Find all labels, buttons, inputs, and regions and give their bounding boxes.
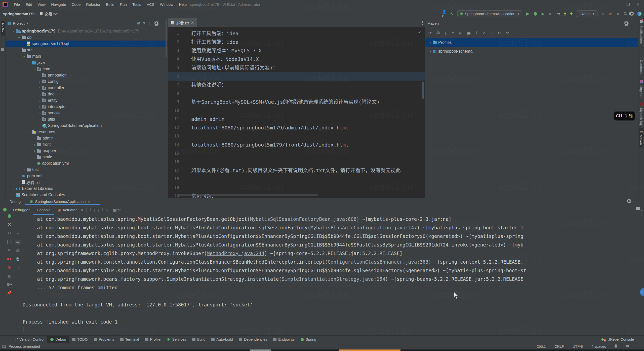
tree-item-static[interactable]: ›static — [6, 154, 168, 160]
chevron-icon[interactable]: › — [17, 35, 21, 40]
tool-stripe-project[interactable]: Project — [1, 21, 5, 36]
tab-close-icon[interactable]: ✕ — [191, 20, 194, 25]
chevron-icon[interactable]: › — [32, 143, 37, 147]
debug-button[interactable] — [533, 12, 537, 16]
menu-window[interactable]: Window — [157, 0, 176, 9]
chevron-icon[interactable]: › — [32, 155, 37, 159]
maven-execute-goal-icon[interactable]: ▣ — [467, 31, 471, 35]
scroll-to-top-icon[interactable]: ↑ — [15, 215, 21, 220]
tab-debugger[interactable]: Debugger — [10, 205, 33, 215]
wrench-icon[interactable]: ⚒ — [6, 222, 12, 227]
mybatis-sql-icon[interactable] — [640, 102, 643, 106]
stack-trace-link[interactable]: MybatisPlusAutoConfiguration.java:147 — [310, 225, 417, 230]
project-view-dropdown-icon[interactable]: ▼ — [26, 22, 29, 25]
stack-trace-link[interactable]: ConfigurationClassEnhancer.java:363 — [328, 259, 428, 265]
menu-tools[interactable]: Tools — [130, 0, 144, 9]
chevron-icon[interactable]: › — [37, 111, 42, 115]
update-project-icon[interactable]: ↖ — [450, 12, 454, 16]
editor-horizontal-scrollbar[interactable] — [177, 194, 318, 196]
close-button[interactable]: ✕ — [636, 2, 639, 7]
commit-stripe-icon[interactable] — [1, 48, 4, 51]
maven-skip-tests-icon[interactable]: ⫽ — [476, 31, 477, 35]
tool-button-build[interactable]: Build — [189, 336, 208, 343]
chevron-icon[interactable]: › — [37, 98, 42, 102]
tool-window-switcher-icon[interactable] — [3, 345, 6, 348]
tree-item-springboot5m179[interactable]: ›springboot5m179E:\releaseComp\24-10\16\… — [6, 28, 168, 34]
indent-setting[interactable]: 4 spaces — [591, 344, 606, 348]
maven-settings-gear-icon[interactable] — [624, 21, 628, 25]
gears-dropdown-icon[interactable]: ⚙▾ — [6, 282, 12, 287]
rerun-debug-icon[interactable] — [6, 213, 12, 219]
maven-refresh-icon[interactable]: ⟳ — [428, 31, 432, 35]
menu-help[interactable]: Help — [176, 0, 189, 9]
maven-search-icon[interactable]: Ω — [498, 31, 501, 35]
jrebel-select[interactable]: JRebel ▼ — [576, 10, 597, 17]
evaluate-expression-icon[interactable]: ▦ — [113, 208, 117, 212]
settings-gear-icon[interactable] — [630, 12, 634, 16]
read-only-lock-icon[interactable] — [615, 345, 617, 347]
tree-item-config[interactable]: ›config — [6, 78, 168, 85]
caret-position[interactable]: 255:1 — [537, 344, 546, 348]
hide-panel-icon[interactable]: — — [160, 21, 166, 25]
clear-console-icon[interactable]: 🗑 — [15, 256, 21, 262]
tree-item-springboot5m179.sql[interactable]: springboot5m179.sql — [6, 41, 168, 47]
chevron-icon[interactable]: › — [37, 73, 42, 77]
editor-content[interactable]: 1打开工具后端：idea2打开工具前端：idea3使用数据库版本：MySQL5.… — [168, 27, 425, 198]
chevron-icon[interactable]: › — [27, 129, 31, 134]
restart-icon[interactable]: ⟳ — [609, 12, 613, 16]
tree-item-External-Libraries[interactable]: ›External Libraries — [6, 185, 168, 192]
jrebel-debug-icon[interactable] — [570, 12, 573, 16]
stack-trace-link[interactable]: MybatisSqlSessionFactoryBean.java:608 — [250, 216, 356, 222]
tree-item-main[interactable]: ›main — [6, 53, 168, 59]
inspections-ok-icon[interactable]: ✓ — [418, 29, 422, 35]
menu-code[interactable]: Code — [69, 0, 83, 9]
chevron-icon[interactable]: › — [37, 105, 42, 109]
tab-actuator[interactable]: ◉ Actuator — [54, 205, 80, 215]
tree-item-application.yml[interactable]: application.yml — [6, 160, 168, 166]
tree-item-service[interactable]: ›service — [6, 110, 168, 116]
tool-stripe-lingma[interactable]: Lingma — [639, 85, 643, 96]
learn-ide-icon[interactable] — [637, 12, 641, 16]
collapse-all-icon[interactable]: ⌶ — [147, 21, 152, 25]
coverage-run-icon[interactable]: ▶̲ — [541, 12, 545, 16]
search-everywhere-icon[interactable] — [624, 12, 626, 15]
chevron-icon[interactable]: › — [33, 66, 37, 71]
maven-offline-icon[interactable]: ⊘ — [482, 31, 486, 35]
menu-refactor[interactable]: Refactor — [83, 0, 103, 9]
tree-item--.txt[interactable]: 必看.txt — [6, 179, 168, 185]
restore-layout-icon[interactable] — [636, 207, 640, 210]
project-panel-title[interactable]: Project — [13, 21, 25, 25]
settings-sliders-icon[interactable]: ⌥ — [117, 208, 121, 212]
chevron-icon[interactable]: › — [12, 29, 16, 33]
debug-settings-gear-icon[interactable] — [627, 199, 631, 203]
console-output[interactable]: at com.baomidou.mybatisplus.spring.Mybat… — [23, 215, 639, 335]
lingma-icon[interactable] — [640, 80, 643, 83]
tree-item-mapper[interactable]: ›mapper — [6, 148, 168, 154]
run-button[interactable]: ▶ — [526, 12, 530, 16]
layout-options-icon[interactable]: ≡ — [80, 208, 84, 212]
chevron-icon[interactable]: › — [37, 92, 42, 96]
tool-button-auto-build[interactable]: Auto-build — [208, 336, 236, 343]
chevron-icon[interactable]: › — [37, 86, 42, 90]
chevron-icon[interactable]: › — [37, 117, 42, 121]
tree-item-admin[interactable]: ›admin — [6, 135, 168, 141]
tree-item-controller[interactable]: ›controller — [6, 85, 168, 91]
chevron-icon[interactable]: › — [22, 168, 27, 172]
tool-button-debug[interactable]: Debug — [47, 336, 69, 343]
tree-item-annotation[interactable]: ›annotation — [6, 72, 168, 78]
stack-trace-link[interactable]: MethodProxy.java:244 — [207, 251, 264, 256]
tool-button-profiler[interactable]: Profiler — [142, 336, 165, 343]
chevron-icon[interactable]: › — [37, 80, 42, 84]
tree-item-SpringbootSchemaApplication[interactable]: CSpringbootSchemaApplication — [6, 122, 168, 129]
chevron-icon[interactable]: › — [22, 54, 26, 59]
menu-edit[interactable]: Edit — [23, 0, 35, 9]
print-icon[interactable]: ⎙ — [15, 248, 21, 253]
menu-file[interactable]: File — [11, 0, 23, 9]
jrebel-console-button[interactable]: ✕ JRebel Console — [601, 337, 644, 342]
chevron-icon[interactable]: › — [17, 48, 21, 52]
maven-project-row[interactable]: › m springboot-schema — [425, 47, 638, 56]
pin-tab-icon[interactable]: 📌 — [6, 290, 12, 296]
chevron-right-icon[interactable]: › — [428, 41, 433, 45]
view-breakpoints-icon[interactable]: ●● — [6, 256, 12, 261]
maven-profiles-row[interactable]: › Profiles — [425, 38, 638, 47]
